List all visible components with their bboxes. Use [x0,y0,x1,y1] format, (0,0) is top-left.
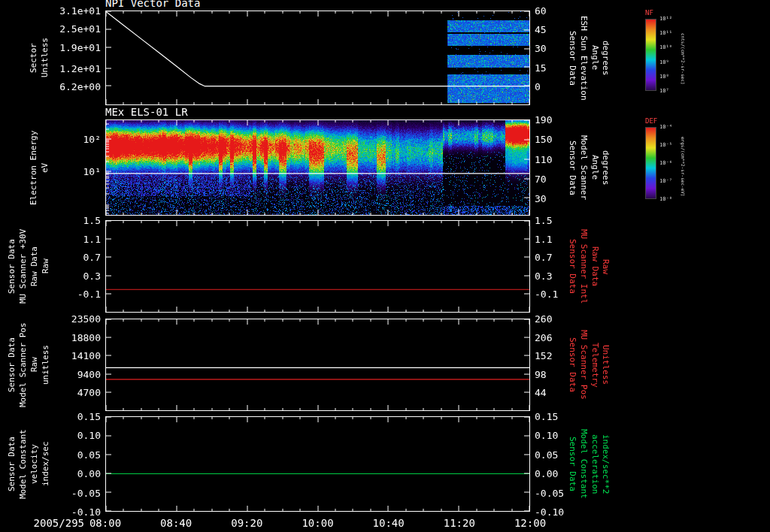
colorbar-tick-label: 10¹¹ [659,30,672,36]
time-tick-mark [388,506,389,511]
axis-tick-label: 70 [535,173,547,184]
tick-mark [106,511,111,512]
time-tick-mark [211,213,212,215]
time-tick-mark [106,11,107,17]
tick-mark [524,178,529,179]
time-tick-mark [247,99,247,104]
tick-mark [106,172,109,173]
time-tick-mark [476,102,477,104]
axis-tick-label: -0.05 [535,487,564,498]
time-tick-mark [423,213,424,215]
tick-mark [106,492,111,493]
axis-tick-label: 30 [535,43,547,54]
time-tick-mark [106,319,107,325]
tick-mark [106,176,109,177]
time-tick-mark [159,213,159,215]
tick-mark [524,275,529,276]
tick-mark [106,239,111,240]
time-tick-mark [335,102,335,104]
time-tick-mark [494,120,495,122]
time-tick-mark [459,405,459,410]
line-overlay-canvas [106,417,529,511]
tick-mark [524,436,529,437]
time-tick-mark [370,221,371,223]
time-tick-mark [123,310,124,312]
right-axis-label: Sensor Data MU Scanner Pos Telemetry Uni… [566,319,611,411]
colorbar-tick-label: 10⁹ [659,59,669,65]
time-tick-mark [370,11,371,14]
axis-tick-label: 9400 [77,368,101,379]
panel-model-scanner-pos: 23500188001410094004700 2602061529844 Se… [105,319,530,411]
time-tick-mark [511,11,512,14]
time-tick-mark [300,509,301,511]
tick-mark [106,473,111,474]
time-tick-mark [159,120,159,122]
time-tick-mark [388,221,389,226]
time-tick-mark [229,319,230,322]
time-tick-mark [159,102,159,104]
time-tick-mark [141,221,141,223]
time-tick-mark [300,417,301,419]
tick-mark [524,455,529,455]
axis-tick-label: -0.10 [71,506,101,518]
time-tick-mark [300,213,301,215]
time-tick-mark [194,408,195,410]
time-tick-mark [229,102,230,104]
time-tick-mark [335,120,335,122]
tick-mark [524,257,529,258]
tick-mark [106,29,111,30]
time-tick-mark [123,102,124,104]
tick-mark [106,86,111,86]
time-tick-mark [441,102,441,104]
axis-tick-label: 0.00 [535,468,558,479]
time-tick-mark [441,319,441,322]
tick-mark [106,204,109,205]
time-tick-mark [282,213,283,215]
time-tick-mark [211,120,212,122]
tick-mark [106,183,109,184]
time-tick-mark [423,102,424,104]
time-tick-mark [211,319,212,322]
time-tick-mark [141,319,141,322]
axis-tick-label: 18800 [71,331,101,343]
time-tick-mark [459,221,459,226]
axis-tick-label: 60 [535,5,547,17]
left-axis-tick-labels: 0.150.100.050.00-0.05-0.10 [48,416,101,512]
time-tick-mark [370,102,371,104]
colorbar-tick-label: 10⁻⁶ [659,160,672,166]
time-tick-mark [247,405,247,410]
axis-tick-label: 0.3 [535,270,552,281]
time-tick-mark [123,11,124,14]
axis-tick-label: 15 [535,62,547,73]
tick-mark [106,162,109,162]
time-tick-mark [247,120,247,125]
time-tick-mark [229,221,230,223]
time-tick-mark [511,221,512,223]
time-tick-mark [141,408,141,410]
time-tick-mark [247,210,247,215]
time-tick-mark [194,509,195,511]
tick-mark [106,337,111,338]
time-tick-mark [141,509,141,511]
tick-mark [106,146,109,147]
panel-model-constant: 0.150.100.050.00-0.05-0.10 0.150.100.050… [105,416,530,512]
time-tick-mark [317,506,318,511]
time-tick-mark [353,11,353,14]
time-tick-mark [335,417,335,419]
time-tick-mark [441,310,441,312]
panel-npi-vector-data: NPI Vector Data 3.1e+012.5e+011.9e+011.2… [105,11,530,105]
time-tick-mark [317,307,318,312]
time-tick-mark [335,11,335,14]
time-tick-mark [300,310,301,312]
tick-mark [524,139,529,140]
tick-mark [106,355,111,356]
time-tick-mark [106,120,107,125]
axis-tick-label: 0.10 [77,430,101,441]
time-tick-mark [159,509,159,511]
time-tick-mark [511,102,512,104]
panel-mex-els-01-lr: MEx ELS-01 LR 10²10¹ 1901501107030 Elect… [105,119,530,216]
time-tick-mark [405,120,406,122]
axis-tick-label: 0.00 [77,468,101,479]
tick-mark [106,208,109,209]
axis-tick-label: 0.05 [77,449,101,460]
